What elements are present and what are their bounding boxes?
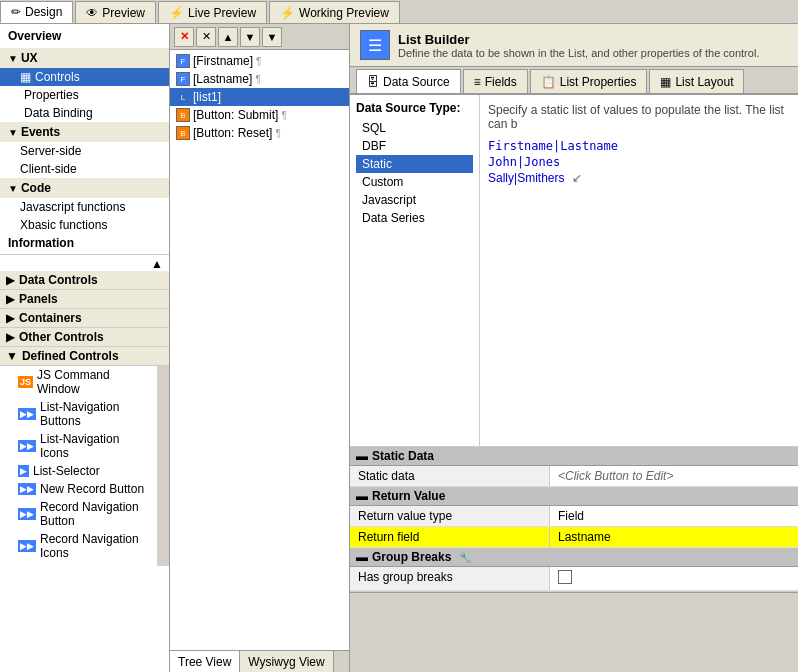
tab-data-source[interactable]: 🗄 Data Source	[356, 69, 461, 93]
ds-type-static[interactable]: Static	[356, 155, 473, 173]
left-item-information[interactable]: Information	[0, 234, 169, 252]
return-field-value[interactable]: Lastname	[550, 527, 798, 547]
static-data-value[interactable]: <Click Button to Edit>	[550, 466, 798, 486]
left-scrollbar[interactable]	[157, 366, 169, 566]
toolbar-btn-down2[interactable]: ▼	[262, 27, 282, 47]
separator-1	[0, 254, 169, 255]
controls-icon: ▦	[20, 70, 31, 84]
ds-left: Data Source Type: SQL DBF Static Custom …	[350, 95, 480, 446]
has-group-breaks-value	[550, 567, 798, 590]
collapse-control[interactable]: ▲	[0, 257, 169, 271]
btn-reset-icon: B	[176, 126, 190, 140]
live-preview-icon: ⚡	[169, 6, 184, 20]
static-value-2: John|Jones	[488, 155, 790, 169]
list-builder-icon: ☰	[360, 30, 390, 60]
defined-item-js-command[interactable]: JS JS Command Window	[0, 366, 157, 398]
tab-tree-view[interactable]: Tree View	[170, 651, 240, 672]
tab-fields[interactable]: ≡ Fields	[463, 69, 528, 93]
middle-bottom-tabs: Tree View Wysiwyg View	[170, 650, 349, 672]
props-row-return-field: Return field Lastname	[350, 527, 798, 548]
tree-item-btn-reset[interactable]: B [Button: Reset] ¶	[170, 124, 349, 142]
group-breaks-header[interactable]: ▬ Group Breaks 🔧	[350, 548, 798, 567]
section-other-controls[interactable]: ▶ Other Controls	[0, 328, 169, 347]
tree-item-firstname[interactable]: F [Firstname] ¶	[170, 52, 349, 70]
data-source-icon: 🗄	[367, 75, 379, 89]
tab-wysiwyg-view[interactable]: Wysiwyg View	[240, 651, 333, 672]
main-layout: Overview ▼ UX ▦ Controls Properties Data…	[0, 24, 798, 672]
defined-item-list-nav-icons[interactable]: ▶▶ List-Navigation Icons	[0, 430, 157, 462]
toolbar-btn-up[interactable]: ▲	[218, 27, 238, 47]
static-value-1: Firstname|Lastname	[488, 139, 790, 153]
has-group-breaks-checkbox[interactable]	[558, 570, 572, 584]
section-ux[interactable]: ▼ UX	[0, 48, 169, 68]
static-values: Firstname|Lastname John|Jones Sally|Smit…	[488, 139, 790, 185]
return-value-header[interactable]: ▬ Return Value	[350, 487, 798, 506]
tab-live-preview[interactable]: ⚡ Live Preview	[158, 1, 267, 23]
firstname-icon: F	[176, 54, 190, 68]
left-bottom-scroll: ▶ Data Controls ▶ Panels ▶ Containers ▶ …	[0, 271, 169, 672]
lastname-icon: F	[176, 72, 190, 86]
defined-item-list-nav-btns[interactable]: ▶▶ List-Navigation Buttons	[0, 398, 157, 430]
props-row-group-breaks: Has group breaks	[350, 567, 798, 591]
right-panel: ☰ List Builder Define the data to be sho…	[350, 24, 798, 672]
tab-preview[interactable]: 👁 Preview	[75, 1, 156, 23]
static-data-header[interactable]: ▬ Static Data	[350, 447, 798, 466]
group-breaks-collapse-icon: ▬	[356, 550, 368, 564]
list1-icon: L	[176, 90, 190, 104]
fields-icon: ≡	[474, 75, 481, 89]
defined-item-rec-nav-btn[interactable]: ▶▶ Record Navigation Button	[0, 498, 157, 530]
overview-header: Overview	[0, 24, 169, 48]
static-value-3: Sally|Smithers ↙	[488, 171, 790, 185]
right-header-text: List Builder Define the data to be shown…	[398, 32, 759, 59]
left-top: Overview ▼ UX ▦ Controls Properties Data…	[0, 24, 169, 271]
defined-item-new-record[interactable]: ▶▶ New Record Button	[0, 480, 157, 498]
left-item-data-binding[interactable]: Data Binding	[0, 104, 169, 122]
tab-design[interactable]: ✏ Design	[0, 1, 73, 23]
left-item-js-functions[interactable]: Javascript functions	[0, 198, 169, 216]
toolbar-btn-delete[interactable]: ✕	[196, 27, 216, 47]
props-row-static-data: Static data <Click Button to Edit>	[350, 466, 798, 487]
working-preview-icon: ⚡	[280, 6, 295, 20]
section-panels[interactable]: ▶ Panels	[0, 290, 169, 309]
tab-list-layout[interactable]: ▦ List Layout	[649, 69, 744, 93]
events-arrow: ▼	[8, 127, 18, 138]
preview-icon: 👁	[86, 6, 98, 20]
ds-type-sql[interactable]: SQL	[356, 119, 473, 137]
middle-panel: ✕ ✕ ▲ ▼ ▼ F [Firstname] ¶ F [Lastname] ¶…	[170, 24, 350, 672]
toolbar-btn-delete-red[interactable]: ✕	[174, 27, 194, 47]
ds-type-dbf[interactable]: DBF	[356, 137, 473, 155]
ds-content: Data Source Type: SQL DBF Static Custom …	[350, 95, 798, 446]
defined-item-list-selector[interactable]: ▶ List-Selector	[0, 462, 157, 480]
right-tabs: 🗄 Data Source ≡ Fields 📋 List Properties…	[350, 67, 798, 95]
return-value-type-value[interactable]: Field	[550, 506, 798, 526]
defined-item-rec-nav-icons[interactable]: ▶▶ Record Navigation Icons	[0, 530, 157, 562]
section-containers[interactable]: ▶ Containers	[0, 309, 169, 328]
ds-type-custom[interactable]: Custom	[356, 173, 473, 191]
tree-item-btn-submit[interactable]: B [Button: Submit] ¶	[170, 106, 349, 124]
code-arrow: ▼	[8, 183, 18, 194]
design-icon: ✏	[11, 5, 21, 19]
tree-item-lastname[interactable]: F [Lastname] ¶	[170, 70, 349, 88]
defined-item-row-number[interactable]: 1.2.7 Row Number	[0, 562, 157, 566]
toolbar-btn-down[interactable]: ▼	[240, 27, 260, 47]
props-row-return-value-type: Return value type Field	[350, 506, 798, 527]
left-item-server-side[interactable]: Server-side	[0, 142, 169, 160]
section-events[interactable]: ▼ Events	[0, 122, 169, 142]
left-item-xbasic[interactable]: Xbasic functions	[0, 216, 169, 234]
list-properties-icon: 📋	[541, 75, 556, 89]
middle-tree: F [Firstname] ¶ F [Lastname] ¶ L [list1]…	[170, 50, 349, 650]
left-item-controls[interactable]: ▦ Controls	[0, 68, 169, 86]
middle-toolbar: ✕ ✕ ▲ ▼ ▼	[170, 24, 349, 50]
defined-controls-arrow: ▼	[6, 349, 18, 363]
ds-type-data-series[interactable]: Data Series	[356, 209, 473, 227]
section-defined-controls[interactable]: ▼ Defined Controls	[0, 347, 169, 366]
left-item-properties[interactable]: Properties	[0, 86, 169, 104]
tree-item-list1[interactable]: L [list1]	[170, 88, 349, 106]
tab-working-preview[interactable]: ⚡ Working Preview	[269, 1, 400, 23]
ds-type-javascript[interactable]: Javascript	[356, 191, 473, 209]
left-item-client-side[interactable]: Client-side	[0, 160, 169, 178]
panels-arrow: ▶	[6, 292, 15, 306]
section-code[interactable]: ▼ Code	[0, 178, 169, 198]
section-data-controls[interactable]: ▶ Data Controls	[0, 271, 169, 290]
tab-list-properties[interactable]: 📋 List Properties	[530, 69, 648, 93]
